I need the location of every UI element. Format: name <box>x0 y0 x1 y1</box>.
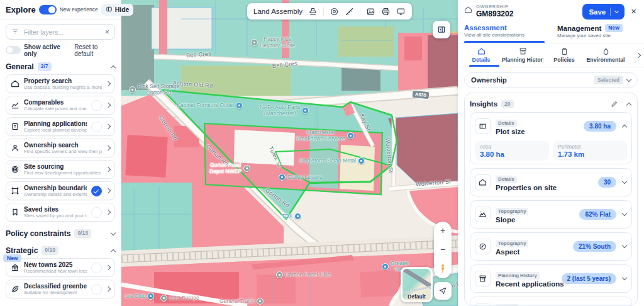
section-strategic[interactable]: Strategic 0/10 <box>6 246 115 256</box>
archive-icon <box>475 271 491 286</box>
street-view-pegman-icon[interactable] <box>438 264 447 274</box>
panel-header: OWNERSHIP GM893202 Save × <box>458 0 644 22</box>
zoom-out-button[interactable]: − <box>440 245 445 254</box>
sidebar-item-planning-applications[interactable]: Planning applications Explore local plan… <box>6 117 115 136</box>
collapse-panel-button[interactable] <box>433 21 450 38</box>
chevron-up-icon[interactable] <box>626 102 631 107</box>
stat-value: 1.73 km <box>558 150 622 158</box>
insight-card-plot-size[interactable]: Details Plot size 3.80 ha Area 3.80 ha P… <box>470 112 632 164</box>
value-badge: 30 <box>598 177 616 188</box>
plot-size-stats: Area 3.80 ha Perimeter 1.73 km <box>475 141 627 161</box>
layer-select-toggle[interactable] <box>91 122 102 132</box>
monitor-icon[interactable] <box>396 7 406 16</box>
chevron-down-icon[interactable] <box>622 211 627 216</box>
subtab-policies[interactable]: Policies <box>543 43 585 67</box>
chevron-down-icon[interactable] <box>614 8 619 13</box>
item-subtitle: Calculate sale prices and market rents <box>24 106 87 111</box>
chevron-up-icon[interactable] <box>622 125 627 130</box>
map-toolbar: Land Assembly <box>247 3 412 20</box>
layer-select-toggle[interactable] <box>91 284 102 295</box>
tab-management-subtitle: Manage your saved site <box>557 33 638 38</box>
chevron-right-icon[interactable] <box>106 103 111 108</box>
sidebar-item-property-search[interactable]: Property search Use classes, building he… <box>6 74 115 93</box>
layer-select-toggle[interactable] <box>91 186 102 196</box>
insight-title: Properties on site <box>496 184 593 193</box>
strategic-items-list: New New towns 2025 Recommended new town … <box>6 258 115 298</box>
mountain-icon <box>475 207 491 222</box>
site-reference-id: GM893202 <box>476 9 513 18</box>
measure-icon[interactable] <box>345 7 354 16</box>
new-experience-toggle[interactable] <box>39 5 57 14</box>
insight-card-recent-applications[interactable]: Planning History Recent applications 2 (… <box>470 264 632 293</box>
sidebar-item-saved-sites[interactable]: Saved sites Sites saved by you and your … <box>6 203 115 222</box>
insight-card-properties-on-site[interactable]: Details Properties on site 30 <box>470 168 632 196</box>
chevron-right-icon[interactable] <box>106 145 111 150</box>
item-title: Site sourcing <box>24 163 102 171</box>
print-icon[interactable] <box>381 7 391 16</box>
edit-pencil-icon[interactable] <box>611 100 618 108</box>
chevron-down-icon[interactable] <box>622 275 627 280</box>
insight-card-presumption-in-favour[interactable]: Policies Presumption in favour Unlikely … <box>470 297 632 306</box>
land-assembly-button[interactable]: Land Assembly <box>253 8 303 15</box>
sidebar-item-ownership-search[interactable]: Ownership search Find specific owners an… <box>6 139 115 157</box>
tab-management[interactable]: Management New Manage your saved site <box>551 22 644 43</box>
layer-select-toggle[interactable] <box>91 100 102 111</box>
item-subtitle: Use classes, building heights & more. <box>24 84 102 90</box>
app-window: Explore New experience Hide × Show activ… <box>0 0 644 306</box>
stat-area: Area 3.80 ha <box>475 141 549 161</box>
subtabs-scroll-right-icon[interactable] <box>636 43 641 67</box>
sidebar-item-new-towns-2025[interactable]: New New towns 2025 Recommended new town … <box>6 258 115 277</box>
close-icon[interactable]: × <box>631 6 636 16</box>
layer-select-toggle[interactable] <box>91 263 102 273</box>
chevron-right-icon[interactable] <box>106 210 111 215</box>
insight-card-aspect[interactable]: Topography Aspect 21% South <box>470 232 632 261</box>
subtab-planning-history[interactable]: Planning History <box>502 43 543 67</box>
locate-compass-button[interactable] <box>434 282 452 300</box>
sidebar-item-site-sourcing[interactable]: Site sourcing Find new development oppor… <box>6 160 115 179</box>
land-assembly-stamp-icon[interactable] <box>308 7 318 16</box>
filter-layers-input[interactable] <box>23 28 101 37</box>
subtab-details[interactable]: Details <box>460 43 502 67</box>
chevron-right-icon[interactable] <box>106 265 111 270</box>
chevron-right-icon[interactable] <box>106 286 111 292</box>
save-button[interactable]: Save <box>582 4 625 20</box>
tab-assessment[interactable]: Assessment View all site considerations <box>458 22 551 43</box>
home-icon <box>464 6 472 14</box>
sidebar-item-ownership-boundaries[interactable]: Ownership boundaries Ownership details a… <box>6 181 115 200</box>
insight-title: Aspect <box>496 248 568 257</box>
visibility-scope-icon[interactable] <box>330 7 339 16</box>
panel-subtabs: Details Planning History Policies Enviro… <box>458 43 644 67</box>
hide-sidebar-button[interactable]: Hide <box>101 4 134 16</box>
sidebar-item-comparables[interactable]: Comparables Calculate sale prices and ma… <box>6 96 115 115</box>
clear-filter-icon[interactable]: × <box>105 28 109 36</box>
category-badge: Policies <box>496 304 519 306</box>
map-canvas[interactable]: A635 Bell CresBell CresAshton Old RdGort… <box>121 0 458 306</box>
sidebar-item-declassified-greenbelt[interactable]: Declassified greenbelt Suitable for deve… <box>6 280 115 298</box>
section-policy-constraints[interactable]: Policy constraints 0/13 <box>6 229 115 239</box>
screenshot-image-icon[interactable] <box>366 7 375 16</box>
chevron-right-icon[interactable] <box>106 188 111 193</box>
reset-to-default-link[interactable]: Reset to default <box>74 43 115 57</box>
layer-select-toggle[interactable] <box>91 207 102 218</box>
category-badge: Topography <box>496 208 528 215</box>
chevron-down-icon[interactable] <box>622 243 627 248</box>
tab-assessment-label: Assessment <box>464 24 545 31</box>
insight-card-slope[interactable]: Topography Slope 62% Flat <box>470 200 632 229</box>
item-title: Declassified greenbelt <box>24 283 87 290</box>
target-icon <box>11 165 19 174</box>
chevron-down-icon[interactable] <box>622 179 627 184</box>
map-style-label: Default <box>401 293 433 300</box>
chevron-right-icon[interactable] <box>106 167 111 172</box>
show-active-toggle[interactable] <box>6 46 21 54</box>
chevron-right-icon[interactable] <box>106 81 111 86</box>
subtab-environmental[interactable]: Environmental <box>585 43 626 67</box>
section-general[interactable]: General 2/7 <box>6 62 115 72</box>
active-tab-underline <box>464 41 545 43</box>
ownership-filter-select[interactable]: Ownership Selected <box>464 72 638 88</box>
home-icon <box>475 174 491 190</box>
map-style-selector[interactable]: Default <box>401 267 433 302</box>
zoom-in-button[interactable]: + <box>440 226 445 235</box>
hide-label: Hide <box>115 6 130 13</box>
chevron-right-icon[interactable] <box>106 124 111 129</box>
boundary-icon <box>11 186 19 195</box>
